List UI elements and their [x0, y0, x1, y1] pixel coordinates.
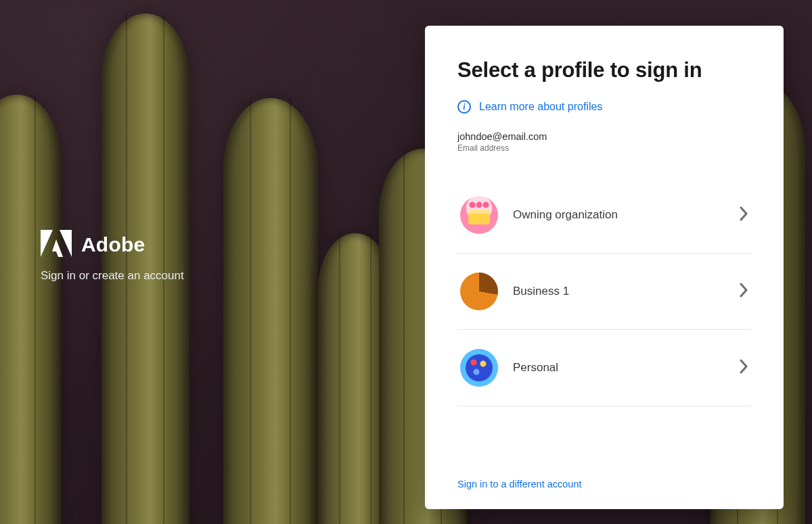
different-account: Sign in to a different account	[457, 463, 751, 490]
chevron-right-icon	[739, 206, 748, 224]
learn-more-link[interactable]: Learn more about profiles	[479, 101, 602, 113]
profile-label: Business 1	[513, 285, 724, 298]
avatar	[460, 196, 498, 234]
email-value: johndoe@email.com	[457, 131, 751, 142]
profile-label: Owning organization	[513, 208, 724, 222]
brand-subheading: Sign in or create an account	[41, 269, 184, 283]
chevron-right-icon	[739, 283, 748, 300]
profile-label: Personal	[513, 361, 724, 375]
adobe-logo-icon	[41, 230, 72, 260]
profile-item-personal[interactable]: Personal	[457, 330, 751, 406]
svg-marker-0	[41, 230, 53, 257]
email-block: johndoe@email.com Email address	[457, 131, 751, 153]
profile-card: Select a profile to sign in i Learn more…	[425, 26, 784, 509]
brand-block: Adobe Sign in or create an account	[41, 230, 184, 283]
brand-name: Adobe	[81, 233, 145, 256]
profile-item-business-1[interactable]: Business 1	[457, 254, 751, 330]
svg-marker-1	[60, 230, 72, 257]
profile-item-owning-organization[interactable]: Owning organization	[457, 177, 751, 254]
profile-list: Owning organization Business 1 Personal	[457, 177, 751, 406]
avatar	[460, 272, 498, 310]
learn-more-row[interactable]: i Learn more about profiles	[457, 100, 751, 114]
email-label: Email address	[457, 143, 751, 153]
card-title: Select a profile to sign in	[457, 58, 751, 82]
chevron-right-icon	[739, 359, 748, 377]
info-icon: i	[457, 100, 471, 114]
avatar	[460, 349, 498, 387]
different-account-link[interactable]: Sign in to a different account	[457, 479, 582, 490]
brand: Adobe	[41, 230, 184, 260]
svg-marker-2	[52, 239, 63, 257]
